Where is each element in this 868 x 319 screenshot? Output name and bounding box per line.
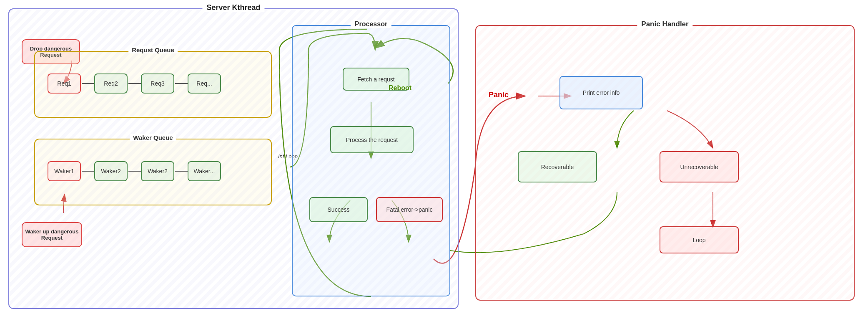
request-queue-title: Requst Queue xyxy=(128,46,178,53)
req-etc-node: Req... xyxy=(188,73,221,94)
server-kthread-title: Server Kthread xyxy=(202,3,264,12)
waker-queue-box: Waker Queue Waker1 Waker2 Waker2 Waker..… xyxy=(34,139,272,205)
callout-waker-label: Waker up dangerous Request xyxy=(25,228,79,241)
loop-node: Loop xyxy=(660,226,739,253)
connector-1 xyxy=(82,83,94,84)
req3-node: Req3 xyxy=(141,73,174,94)
req1-node: Req1 xyxy=(48,73,81,94)
req2-node: Req2 xyxy=(94,73,128,94)
waker1-node: Waker1 xyxy=(48,161,81,181)
processor-title: Processor xyxy=(351,20,391,28)
connector-2 xyxy=(128,83,141,84)
waker2a-node: Waker2 xyxy=(94,161,128,181)
waker-connector-3 xyxy=(175,171,188,172)
panic-handler-box: Panic Handler Panic Print error info Rec… xyxy=(475,25,855,301)
waker-etc-node: Waker... xyxy=(188,161,221,181)
unrecoverable-node: Unrecoverable xyxy=(660,151,739,182)
success-node: Success xyxy=(309,197,368,222)
print-error-node: Print error info xyxy=(559,76,643,109)
panic-label: Panic xyxy=(489,91,509,99)
reboot-label: Reboot xyxy=(389,84,411,92)
fatal-error-node: Fatal error->panic xyxy=(376,197,443,222)
panic-handler-title: Panic Handler xyxy=(637,20,692,28)
waker-connector-2 xyxy=(128,171,141,172)
process-request-node: Process the request xyxy=(330,126,414,153)
connector-3 xyxy=(175,83,188,84)
callout-waker: Waker up dangerous Request xyxy=(22,222,82,247)
waker2b-node: Waker2 xyxy=(141,161,174,181)
diagram-root: Server Kthread Drop dangerous Request Re… xyxy=(0,0,868,319)
recoverable-node: Recoverable xyxy=(518,151,597,182)
processor-box: Processor Fetch a requst Process the req… xyxy=(292,25,450,296)
request-queue-box: Requst Queue Req1 Req2 Req3 Req... xyxy=(34,51,272,118)
waker-connector-1 xyxy=(82,171,94,172)
waker-queue-title: Waker Queue xyxy=(130,134,176,141)
